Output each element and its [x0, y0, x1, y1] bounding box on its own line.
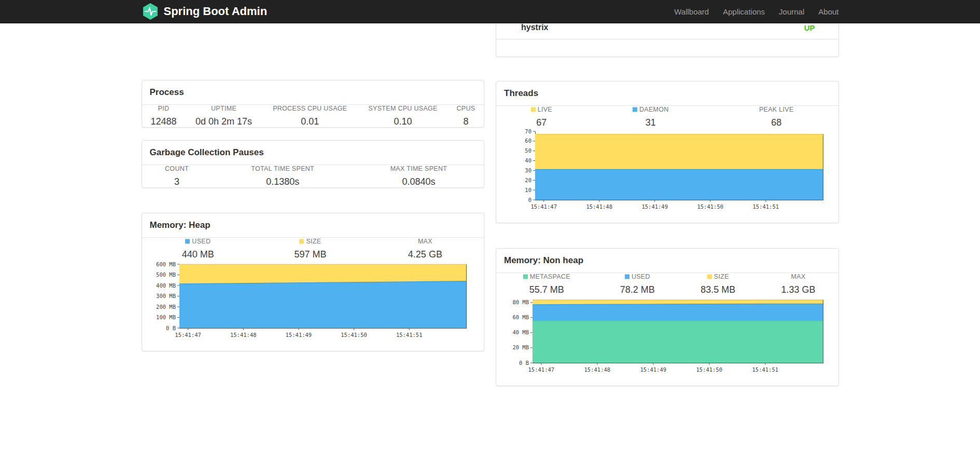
stat-value: 0.1380s [219, 176, 346, 187]
svg-text:60: 60 [525, 138, 531, 144]
panel-memory-nonheap: Memory: Non heap METASPACE 55.7 MB USED … [496, 248, 839, 386]
nav-item-applications[interactable]: Applications [723, 7, 765, 16]
stat-value: 8 [455, 116, 477, 127]
panel-title: Threads [504, 88, 831, 99]
application-name[interactable]: hystrix [521, 23, 548, 32]
panel-title: Garbage Collection Pauses [150, 147, 477, 158]
svg-text:15:41:48: 15:41:48 [230, 332, 256, 338]
svg-text:15:41:50: 15:41:50 [696, 366, 723, 373]
legend-label: PEAK LIVE [722, 106, 831, 113]
legend-label: LIVE [503, 106, 580, 113]
brand-link[interactable]: Spring Boot Admin [142, 3, 268, 20]
svg-text:15:41:49: 15:41:49 [285, 332, 312, 338]
svg-text:50: 50 [525, 147, 531, 154]
metaspace-swatch-icon [523, 275, 528, 279]
daemon-swatch-icon [633, 107, 637, 112]
legend-label: MAX [766, 273, 831, 280]
nav-links: Wallboard Applications Journal About [674, 7, 838, 16]
legend-used: USED 78.2 MB [597, 273, 678, 295]
svg-text:300 MB: 300 MB [156, 293, 176, 299]
legend-daemon: DAEMON 31 [587, 106, 715, 128]
svg-text:40 MB: 40 MB [512, 329, 529, 335]
panel-title: Memory: Non heap [504, 255, 831, 266]
legend-max: MAX 1.33 GB [759, 273, 838, 295]
nav-item-journal[interactable]: Journal [779, 7, 804, 16]
svg-text:15:41:48: 15:41:48 [584, 366, 611, 373]
legend-used: USED 440 MB [142, 238, 255, 260]
legend-label: METASPACE [503, 273, 590, 280]
panel-memory-nonheap-heading: Memory: Non heap [496, 249, 838, 273]
top-navbar: Spring Boot Admin Wallboard Applications… [0, 0, 980, 23]
svg-text:10: 10 [525, 187, 531, 193]
stat-pid: PID 12488 [142, 105, 186, 127]
svg-text:15:41:47: 15:41:47 [530, 203, 557, 210]
status-badge: UP [804, 23, 815, 32]
legend-label: USED [149, 238, 247, 245]
stat-value: 0.10 [365, 116, 441, 127]
legend-live: LIVE 67 [496, 106, 587, 128]
live-swatch-icon [531, 107, 536, 112]
svg-text:40: 40 [525, 157, 531, 164]
svg-text:0 B: 0 B [166, 325, 176, 331]
svg-text:60 MB: 60 MB [512, 314, 529, 320]
nav-item-wallboard[interactable]: Wallboard [674, 7, 709, 16]
legend-label: SIZE [685, 273, 751, 280]
legend-label: MAX [374, 238, 477, 245]
stat-max-time-spent: MAX TIME SPENT 0.0840s [354, 165, 484, 187]
size-swatch-icon [707, 275, 712, 279]
svg-text:400 MB: 400 MB [156, 282, 176, 289]
right-column: hystrix UP Threads LIVE 67 DAEMON [496, 23, 839, 386]
brand-title: Spring Boot Admin [164, 5, 268, 18]
legend-value: 31 [594, 117, 707, 128]
stat-value: 0d 0h 2m 17s [193, 116, 255, 127]
panel-process: Process PID 12488 UPTIME 0d 0h 2m 17s PR… [142, 80, 485, 128]
stat-label: CPUS [455, 105, 477, 112]
panel-gc-pauses: Garbage Collection Pauses COUNT 3 TOTAL … [142, 140, 485, 188]
legend-value: 597 MB [261, 249, 359, 260]
svg-text:500 MB: 500 MB [156, 271, 176, 278]
svg-text:80 MB: 80 MB [512, 299, 529, 305]
stat-value: 0.0840s [361, 176, 477, 187]
svg-text:15:41:47: 15:41:47 [175, 332, 201, 338]
panel-title: Process [150, 87, 477, 98]
svg-text:100 MB: 100 MB [156, 314, 176, 320]
legend-label: SIZE [261, 238, 359, 245]
legend-value: 4.25 GB [374, 249, 477, 260]
svg-text:200 MB: 200 MB [156, 304, 176, 310]
svg-text:15:41:51: 15:41:51 [752, 366, 779, 373]
legend-size: SIZE 597 MB [254, 238, 367, 260]
panel-threads: Threads LIVE 67 DAEMON 31 PEAK [496, 81, 839, 223]
legend-value: 440 MB [149, 249, 247, 260]
stat-label: MAX TIME SPENT [361, 165, 477, 172]
memory-nonheap-chart: 0 B20 MB40 MB60 MB80 MB15:41:4715:41:481… [496, 295, 838, 376]
legend-label: USED [605, 273, 671, 280]
threads-chart: 01020304050607015:41:4715:41:4815:41:491… [496, 128, 838, 213]
panel-gc-heading: Garbage Collection Pauses [142, 141, 484, 165]
legend-value: 1.33 GB [766, 284, 831, 295]
nav-item-about[interactable]: About [818, 7, 838, 16]
process-stats: PID 12488 UPTIME 0d 0h 2m 17s PROCESS CP… [142, 105, 484, 127]
legend-value: 55.7 MB [503, 284, 590, 295]
svg-text:0 B: 0 B [519, 360, 529, 366]
svg-text:15:41:50: 15:41:50 [341, 332, 367, 338]
legend-peak-live: PEAK LIVE 68 [715, 106, 838, 128]
applications-panel-footer-space [496, 39, 838, 57]
stat-value: 12488 [149, 116, 178, 127]
svg-text:20 MB: 20 MB [512, 344, 529, 350]
stat-system-cpu-usage: SYSTEM CPU USAGE 0.10 [358, 105, 448, 127]
used-swatch-icon [625, 275, 629, 279]
svg-text:15:41:48: 15:41:48 [586, 203, 612, 210]
panel-threads-heading: Threads [496, 81, 838, 106]
svg-text:0: 0 [528, 197, 531, 203]
gc-stats: COUNT 3 TOTAL TIME SPENT 0.1380s MAX TIM… [142, 165, 484, 187]
stat-uptime: UPTIME 0d 0h 2m 17s [186, 105, 262, 127]
stat-total-time-spent: TOTAL TIME SPENT 0.1380s [212, 165, 354, 187]
legend-max: MAX 4.25 GB [367, 238, 484, 260]
panel-memory-heap: Memory: Heap USED 440 MB SIZE 597 MB [142, 213, 485, 351]
legend-metaspace: METASPACE 55.7 MB [496, 273, 597, 295]
svg-text:15:41:47: 15:41:47 [528, 366, 555, 373]
svg-text:15:41:49: 15:41:49 [641, 203, 668, 210]
svg-text:30: 30 [525, 167, 531, 173]
stat-label: UPTIME [193, 105, 255, 112]
legend-size: SIZE 83.5 MB [678, 273, 759, 295]
